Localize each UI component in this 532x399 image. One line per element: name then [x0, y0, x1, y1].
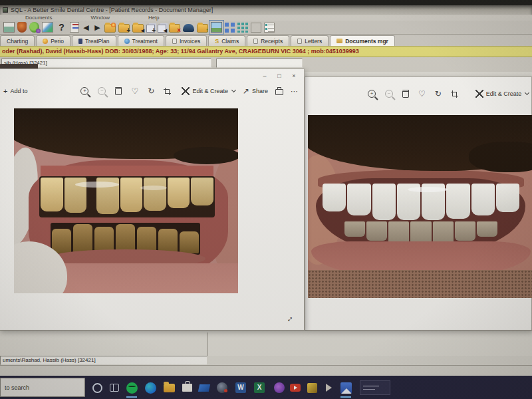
- notebook-glyph-icon: [198, 384, 210, 392]
- crop-icon[interactable]: [451, 90, 458, 98]
- purple-app-glyph-icon: [274, 382, 285, 393]
- menu-item-documents[interactable]: Documents: [25, 15, 52, 21]
- left-badge-icon: ◂: [164, 27, 167, 34]
- detail-list-icon[interactable]: [264, 23, 275, 33]
- zoom-out-icon[interactable]: −: [385, 90, 393, 98]
- print-icon[interactable]: [275, 89, 283, 95]
- cross-badge-icon: ×: [177, 27, 181, 34]
- crop-icon[interactable]: [164, 88, 171, 95]
- chart-icon[interactable]: [42, 22, 53, 33]
- tab-label: Charting: [7, 38, 28, 45]
- minimize-button[interactable]: –: [257, 71, 272, 80]
- photos-active-indicator: [340, 396, 351, 398]
- maximize-button[interactable]: □: [272, 71, 287, 80]
- after-photo[interactable]: [308, 115, 532, 298]
- folder-delete-icon[interactable]: ×: [169, 24, 180, 33]
- document-path-field[interactable]: uments\Rashad, Hassib (Hass) [32421]: [0, 356, 207, 365]
- perio-icon: [43, 39, 48, 44]
- taskbar-window-button[interactable]: [359, 381, 391, 394]
- favorite-heart-icon[interactable]: ♡: [418, 90, 426, 98]
- spotify-icon[interactable]: [125, 381, 138, 394]
- edit-create-label: Edit & Create: [192, 88, 228, 94]
- close-button[interactable]: ×: [287, 71, 301, 80]
- folder-upload-icon[interactable]: ↑: [197, 24, 208, 33]
- notebook-app-icon[interactable]: [198, 381, 211, 394]
- tab-claims[interactable]: SClaims: [208, 35, 245, 46]
- tooth: [191, 178, 213, 205]
- task-view-icon[interactable]: [108, 381, 121, 394]
- patient-info-text: oder (Rashad), David (Hassib-Hass) DOB: …: [2, 48, 359, 55]
- tab-invoices[interactable]: Invoices: [166, 35, 207, 46]
- split-list-icon[interactable]: [251, 23, 261, 33]
- before-photo[interactable]: [14, 108, 238, 293]
- flash-glare: [140, 186, 167, 190]
- tab-perio[interactable]: Perio: [36, 35, 70, 46]
- file-explorer-icon[interactable]: [162, 381, 176, 394]
- screen: SQL - A Better Smile Dental Centre - [Pa…: [0, 0, 532, 399]
- folder-add-icon[interactable]: +: [118, 24, 130, 33]
- red-app-icon[interactable]: [289, 381, 302, 394]
- favorite-heart-icon[interactable]: ♡: [131, 87, 138, 95]
- tab-receipts[interactable]: Receipts: [247, 35, 289, 46]
- copy-add-icon[interactable]: +: [146, 25, 155, 33]
- edit-create-button[interactable]: Edit & Create: [182, 87, 235, 95]
- share-button[interactable]: ↗ Share: [243, 87, 268, 95]
- more-options-icon[interactable]: ⋯: [291, 87, 299, 96]
- word-icon[interactable]: W: [234, 381, 247, 394]
- tooth: [120, 178, 143, 212]
- taskbar-search[interactable]: [0, 378, 85, 397]
- rotate-icon[interactable]: ↻: [148, 87, 154, 95]
- numbered-list-icon[interactable]: [70, 22, 79, 33]
- document-field-2[interactable]: [216, 59, 303, 68]
- photos-app-icon[interactable]: [339, 381, 352, 394]
- tab-documents-mgr[interactable]: Documents mgr: [330, 35, 395, 46]
- tab-treatplan[interactable]: TreatPlan: [72, 35, 116, 46]
- excel-icon[interactable]: X: [253, 381, 266, 394]
- tab-letters[interactable]: Letters: [291, 35, 329, 46]
- help-icon[interactable]: ?: [56, 22, 67, 33]
- scanner-icon[interactable]: [183, 24, 194, 32]
- word-letter-icon: W: [235, 382, 246, 393]
- edge-icon[interactable]: [144, 381, 157, 394]
- delete-icon[interactable]: [115, 87, 122, 95]
- round-app-glyph-icon: [217, 382, 227, 393]
- copy-import-icon[interactable]: ◂: [158, 25, 166, 33]
- image-view-icon[interactable]: [211, 22, 222, 33]
- add-to-button[interactable]: + Add to: [3, 87, 27, 95]
- zoom-in-icon[interactable]: +: [80, 87, 88, 95]
- zoom-in-sign: +: [81, 88, 88, 94]
- rotate-icon[interactable]: ↻: [435, 90, 442, 98]
- treatment-icon: [124, 39, 130, 44]
- mail-image-icon[interactable]: [3, 22, 15, 33]
- grid-2x2-icon[interactable]: [225, 23, 235, 33]
- tab-label: TreatPlan: [85, 38, 110, 45]
- menu-item-help[interactable]: Help: [148, 15, 159, 21]
- media-app-icon[interactable]: [322, 381, 335, 394]
- tab-charting[interactable]: Charting: [0, 35, 35, 46]
- mustache-edge: [174, 147, 238, 164]
- edit-create-button[interactable]: Edit & Create: [475, 90, 529, 98]
- window-title: SQL - A Better Smile Dental Centre - [Pa…: [11, 5, 213, 15]
- edit-create-label: Edit & Create: [486, 90, 522, 97]
- purple-app-icon[interactable]: [273, 381, 286, 394]
- store-icon[interactable]: [180, 381, 194, 394]
- spotify-circle-icon: [126, 382, 138, 394]
- menu-item-window[interactable]: Window: [90, 15, 109, 21]
- folder-import-icon[interactable]: ◂: [132, 24, 144, 33]
- delete-icon[interactable]: [402, 90, 409, 98]
- cortana-icon[interactable]: [90, 381, 104, 394]
- forward-icon[interactable]: ▶: [93, 22, 102, 33]
- tab-treatment[interactable]: Treatment: [118, 35, 164, 46]
- new-folder-icon[interactable]: [104, 24, 116, 33]
- yellow-app-icon[interactable]: [305, 381, 319, 394]
- shield-icon[interactable]: [17, 22, 27, 33]
- gears-icon[interactable]: [29, 22, 39, 33]
- zoom-in-icon[interactable]: +: [368, 90, 376, 98]
- taskbar-search-input[interactable]: [1, 378, 84, 396]
- expand-icon[interactable]: ↔: [283, 312, 296, 325]
- back-icon[interactable]: ◀: [82, 22, 90, 33]
- round-app-icon[interactable]: [215, 381, 229, 394]
- grid-3x3-icon[interactable]: [237, 23, 248, 33]
- zoom-out-icon[interactable]: −: [98, 87, 106, 95]
- spotify-active-indicator: [126, 396, 137, 398]
